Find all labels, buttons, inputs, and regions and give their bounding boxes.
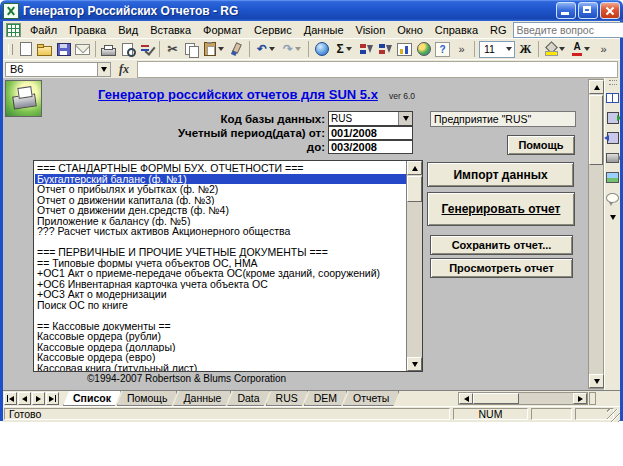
worksheet-vertical-scrollbar[interactable] (588, 79, 604, 389)
menu-item-edit[interactable]: Правка (63, 22, 112, 38)
period-to-input[interactable] (328, 140, 413, 154)
toolbar-grip[interactable] (609, 80, 617, 85)
toolbar-options-button-2[interactable]: » (594, 40, 613, 58)
menu-item-view[interactable]: Вид (112, 22, 144, 38)
paste-dropdown-icon[interactable] (218, 47, 224, 51)
scroll-down-button[interactable] (407, 357, 422, 371)
paste-button[interactable] (201, 40, 227, 58)
font-size-dropdown-icon[interactable] (506, 47, 512, 51)
tab-list[interactable]: Список (63, 391, 121, 406)
format-painter-button[interactable] (227, 40, 246, 58)
save-button[interactable] (54, 40, 73, 58)
tab-help[interactable]: Помощь (117, 391, 178, 406)
more-tools-button[interactable] (605, 209, 620, 226)
email-button[interactable] (73, 40, 92, 58)
list-item[interactable]: +ОС3 Акт о модернизации (35, 289, 406, 300)
first-sheet-button[interactable] (4, 392, 17, 405)
print-preview-button[interactable] (118, 40, 137, 58)
redo-button[interactable]: ↷ (279, 40, 305, 58)
formula-input[interactable] (137, 61, 618, 78)
db-code-combo[interactable]: RUS (328, 111, 413, 126)
undo-button[interactable]: ↶ (253, 40, 279, 58)
resize-grip[interactable] (607, 409, 620, 422)
save-report-button[interactable]: Сохранить отчет... (430, 235, 573, 255)
import-data-button[interactable]: Импорт данных (427, 162, 574, 187)
menu-item-data[interactable]: Данные (298, 22, 350, 38)
print-button[interactable] (99, 40, 118, 58)
copy-button[interactable] (182, 40, 201, 58)
hyperlink-button[interactable] (312, 40, 331, 58)
list-item[interactable]: Кассовая книга (титульный лист) (35, 363, 406, 373)
spelling-button[interactable] (137, 40, 156, 58)
new-button[interactable] (16, 40, 35, 58)
book-button[interactable] (605, 89, 620, 106)
question-input[interactable] (513, 22, 623, 38)
list-item[interactable]: Кассовые ордера (доллары) (35, 342, 406, 353)
autosum-dropdown-icon[interactable] (346, 47, 352, 51)
close-button[interactable] (600, 2, 620, 19)
fill-color-dropdown-icon[interactable] (559, 47, 565, 51)
menu-item-file[interactable]: Файл (24, 22, 63, 38)
list-item[interactable]: == Типовые формы учета объектов ОС, НМА (35, 258, 406, 269)
autosum-button[interactable]: Σ (331, 40, 357, 58)
menu-item-format[interactable]: Формат (197, 22, 248, 38)
sort-descending-button[interactable] (376, 40, 395, 58)
help-button[interactable]: Помощь (507, 135, 575, 155)
list-item[interactable]: Кассовые ордера (рубли) (35, 331, 406, 342)
name-box-dropdown[interactable] (97, 62, 111, 77)
tab-dem[interactable]: DEM (304, 391, 347, 406)
font-size-combo[interactable]: 11 (479, 41, 515, 58)
list-item[interactable]: === ПЕРВИЧНЫЕ И ПРОЧИЕ УЧЕТНЫЕ ДОКУМЕНТЫ… (35, 247, 406, 258)
cut-button[interactable]: ✂ (163, 40, 182, 58)
tab-data[interactable]: Data (227, 391, 269, 406)
list-item[interactable] (35, 237, 406, 248)
scroll-left-button[interactable] (459, 393, 473, 404)
list-item[interactable]: Отчет о прибылях и убытках (ф. №2) (35, 184, 406, 195)
menu-item-vision[interactable]: Vision (350, 22, 392, 38)
comment-button[interactable] (605, 189, 620, 206)
chart-wizard-button[interactable] (395, 40, 414, 58)
maximize-button[interactable] (578, 2, 598, 19)
list-item[interactable]: ??? Расчет чистых активов Акционерного о… (35, 226, 406, 237)
font-color-button[interactable]: А (568, 40, 594, 58)
last-sheet-button[interactable] (46, 392, 59, 405)
report-listbox[interactable]: === СТАНДАРТНЫЕ ФОРМЫ БУХ. ОТЧЕТНОСТИ ==… (33, 160, 423, 372)
import-button[interactable] (605, 129, 620, 146)
help-button-toolbar[interactable]: ? (433, 40, 452, 58)
combo-dropdown-button[interactable] (398, 112, 412, 125)
scroll-up-button[interactable] (589, 80, 604, 94)
scroll-up-button[interactable] (407, 161, 422, 175)
menu-item-rg[interactable]: RG (484, 22, 513, 38)
picture-button[interactable] (605, 169, 620, 186)
scroll-down-button[interactable] (589, 374, 604, 388)
generate-report-button[interactable]: Генерировать отчет (427, 192, 575, 226)
menu-item-tools[interactable]: Сервис (248, 22, 298, 38)
form-title-link[interactable]: Генератор российских отчетов для SUN 5.x (98, 87, 378, 102)
scrollbar-thumb[interactable] (589, 95, 603, 165)
view-report-button[interactable]: Просмотреть отчет (430, 258, 573, 278)
list-item[interactable]: Приложение к балансу (ф. №5) (35, 216, 406, 227)
scrollbar-thumb[interactable] (473, 393, 519, 404)
scrollbar-thumb[interactable] (407, 176, 422, 202)
next-sheet-button[interactable] (32, 392, 45, 405)
list-item[interactable]: Отчет о движении капитала (ф. №3) (35, 195, 406, 206)
toolbar-grip[interactable] (8, 44, 13, 55)
open-button[interactable] (35, 40, 54, 58)
export-button[interactable] (605, 109, 620, 126)
list-item[interactable]: === СТАНДАРТНЫЕ ФОРМЫ БУХ. ОТЧЕТНОСТИ ==… (35, 163, 406, 174)
toolbar-options-button[interactable]: » (452, 40, 471, 58)
bold-button[interactable]: Ж (516, 40, 535, 58)
tab-split-handle[interactable] (589, 392, 596, 405)
sort-ascending-button[interactable] (357, 40, 376, 58)
undo-dropdown-icon[interactable] (269, 47, 275, 51)
font-color-dropdown-icon[interactable] (584, 47, 590, 51)
insert-function-button[interactable]: fx (111, 62, 137, 77)
list-item[interactable]: Поиск ОС по книге (35, 300, 406, 311)
list-item[interactable]: Кассовые ордера (евро) (35, 352, 406, 363)
list-item[interactable]: +ОС6 Инвентарная карточка учета объекта … (35, 279, 406, 290)
tab-reports[interactable]: Отчеты (343, 391, 399, 406)
list-item[interactable]: == Кассовые документы == (35, 321, 406, 332)
tab-rus[interactable]: RUS (266, 391, 308, 406)
minimize-button[interactable] (556, 2, 576, 19)
list-item[interactable]: +ОС1 Акт о приеме-передаче объекта ОС(кр… (35, 268, 406, 279)
